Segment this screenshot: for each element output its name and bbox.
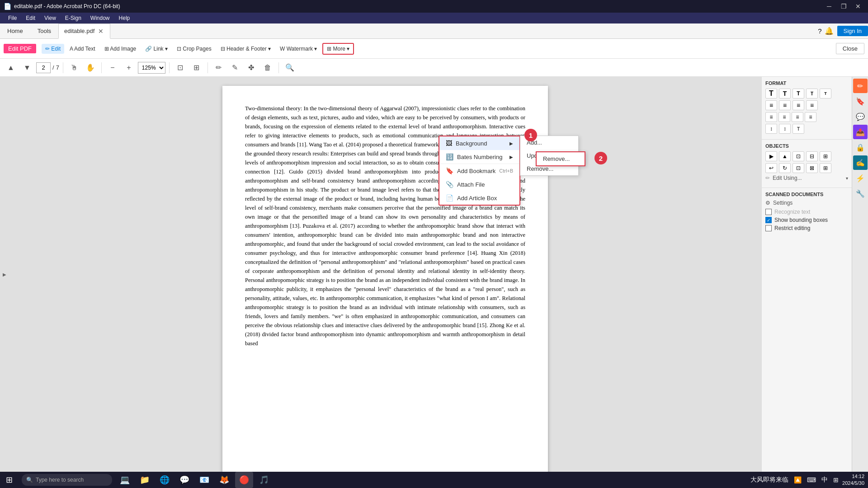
taskbar-app-0[interactable]: 💻: [116, 472, 134, 488]
close-window-button[interactable]: ✕: [852, 0, 864, 13]
taskbar-keyboard-icon[interactable]: ⌨: [805, 476, 818, 483]
more-button[interactable]: ⊞ More ▾: [322, 43, 354, 55]
strip-edit-btn[interactable]: ✏: [853, 79, 868, 93]
next-page-button[interactable]: ▼: [20, 61, 34, 75]
text-size-btn-1[interactable]: T: [765, 89, 777, 99]
link-button[interactable]: 🔗 Link ▾: [142, 44, 171, 54]
strip-bookmark-btn[interactable]: 🔖: [853, 94, 868, 108]
dropdown-item-article[interactable]: 📄 Add Article Box: [439, 191, 519, 205]
dropdown-item-attach[interactable]: 📎 Attach File: [439, 178, 519, 191]
numbered-list-btn-2[interactable]: ≡: [806, 100, 818, 110]
more-obj-btn[interactable]: ⊞: [820, 163, 831, 173]
zoom-in-button[interactable]: +: [122, 61, 136, 75]
recognize-text-checkbox[interactable]: [765, 209, 772, 215]
edit-button[interactable]: ✏ Edit: [42, 44, 64, 54]
more-dropdown[interactable]: 🖼 Background ▶ 🔢 Bates Numbering ▶ 🔖 Add…: [439, 136, 520, 206]
align-left-btn[interactable]: ≡: [765, 112, 777, 122]
delete-button[interactable]: 🗑: [260, 61, 275, 75]
arrange-btn[interactable]: ↩: [765, 163, 777, 173]
align-obj-btn[interactable]: ⊟: [806, 151, 818, 161]
dropdown-item-bates[interactable]: 🔢 Bates Numbering ▶: [439, 150, 519, 164]
crop-obj-btn[interactable]: ⊡: [793, 151, 804, 161]
hand-tool-button[interactable]: ✋: [83, 61, 98, 75]
minimize-button[interactable]: ─: [823, 0, 835, 13]
tab-close-button[interactable]: ✕: [97, 28, 104, 35]
align-justify-btn[interactable]: ≡: [805, 112, 816, 122]
text-size-btn-5[interactable]: T: [820, 89, 831, 99]
taskbar-network-icon[interactable]: ⊞: [831, 476, 840, 483]
cursor-tool-button[interactable]: 🖱: [67, 61, 81, 75]
search-button[interactable]: 🔍: [283, 61, 297, 75]
strip-comment-btn[interactable]: 💬: [853, 109, 868, 124]
dropdown-item-bookmark[interactable]: 🔖 Add Bookmark Ctrl+B: [439, 164, 519, 178]
add-image-button[interactable]: ⊞ Add Image: [101, 44, 140, 54]
zoom-out-button[interactable]: −: [105, 61, 120, 75]
strip-export-btn[interactable]: 📤: [853, 125, 868, 139]
menu-file[interactable]: File: [4, 14, 21, 22]
taskbar-app-7[interactable]: 🎵: [255, 472, 273, 488]
settings-row[interactable]: ⚙ Settings: [765, 200, 848, 206]
distribute-btn[interactable]: ⊞: [820, 151, 831, 161]
stamp-button[interactable]: ✤: [244, 61, 259, 75]
menu-esign[interactable]: E-Sign: [61, 14, 86, 22]
select-obj-btn[interactable]: ▶: [765, 151, 777, 161]
taskbar-app-6[interactable]: 🔴: [235, 472, 253, 488]
menu-view[interactable]: View: [40, 14, 61, 22]
restrict-editing-checkbox[interactable]: [765, 225, 772, 231]
fit-page-button[interactable]: ⊡: [173, 61, 188, 75]
taskbar-expand-icon[interactable]: 🔼: [792, 476, 803, 483]
menu-window[interactable]: Window: [86, 14, 114, 22]
tab-home[interactable]: Home: [0, 23, 30, 39]
numbered-list-btn-1[interactable]: ≡: [793, 100, 804, 110]
rotate-obj-btn[interactable]: ▲: [779, 151, 791, 161]
taskbar-ime-icon[interactable]: 中: [820, 476, 830, 484]
text-size-btn-3[interactable]: T: [793, 89, 804, 99]
taskbar-app-1[interactable]: 📁: [136, 472, 154, 488]
strip-protect-btn[interactable]: 🔒: [853, 140, 868, 155]
taskbar-language-icon[interactable]: 大风即将来临: [749, 476, 790, 484]
text-color-btn[interactable]: T: [793, 124, 804, 134]
align-center-btn[interactable]: ≡: [778, 112, 790, 122]
edit-using-row[interactable]: ✏ Edit Using... ▾: [765, 175, 848, 181]
line-spacing-btn-2[interactable]: ↕: [779, 124, 791, 134]
strip-action-btn[interactable]: ⚡: [853, 171, 868, 185]
strip-sign-btn[interactable]: ✍: [853, 155, 868, 170]
align-right-btn[interactable]: ≡: [792, 112, 803, 122]
taskbar-app-3[interactable]: 💬: [175, 472, 193, 488]
flip-btn[interactable]: ⊡: [793, 163, 804, 173]
group-btn[interactable]: ↻: [779, 163, 791, 173]
bullet-list-btn-2[interactable]: ≡: [779, 100, 791, 110]
taskbar-app-5[interactable]: 🦊: [215, 472, 233, 488]
text-size-btn-4[interactable]: T: [806, 89, 818, 99]
edit-tool-button[interactable]: ✏: [212, 61, 226, 75]
notification-bell[interactable]: 🔔: [825, 27, 834, 35]
zoom-select[interactable]: 125% 100% 75% 50% 150% 200%: [138, 62, 165, 74]
fit-width-button[interactable]: ⊞: [189, 61, 204, 75]
close-edit-button[interactable]: Close: [836, 43, 864, 54]
add-text-button[interactable]: A Add Text: [66, 44, 99, 54]
remove-dialog[interactable]: Remove...: [536, 151, 585, 166]
taskbar-app-2[interactable]: 🌐: [156, 472, 174, 488]
dropdown-item-background[interactable]: 🖼 Background ▶: [439, 136, 519, 150]
restore-button[interactable]: ❐: [837, 0, 850, 13]
strip-tools-btn[interactable]: 🔧: [853, 186, 868, 201]
text-size-btn-2[interactable]: T: [779, 89, 791, 99]
menu-edit[interactable]: Edit: [21, 14, 40, 22]
help-button[interactable]: ?: [818, 27, 821, 35]
left-sidebar-toggle[interactable]: ▶: [0, 77, 9, 472]
pdf-container[interactable]: Two-dimensional theory: In the two-dimen…: [9, 77, 761, 472]
bullet-list-btn-1[interactable]: ≡: [765, 100, 777, 110]
signin-button[interactable]: Sign In: [837, 26, 868, 36]
menu-help[interactable]: Help: [114, 14, 135, 22]
taskbar-search[interactable]: 🔍 Type here to search: [22, 474, 112, 486]
watermark-button[interactable]: W Watermark ▾: [276, 44, 321, 54]
taskbar-app-4[interactable]: 📧: [195, 472, 213, 488]
prev-page-button[interactable]: ▲: [4, 61, 18, 75]
header-footer-button[interactable]: ⊟ Header & Footer ▾: [217, 44, 274, 54]
transform-btn[interactable]: ⊠: [806, 163, 818, 173]
tab-tools[interactable]: Tools: [30, 23, 58, 39]
annotate-button[interactable]: ✎: [228, 61, 242, 75]
page-number-input[interactable]: [36, 62, 51, 73]
taskbar-time-display[interactable]: 14:12 2024/5/30: [842, 473, 864, 487]
remove-button[interactable]: Remove...: [537, 152, 585, 165]
